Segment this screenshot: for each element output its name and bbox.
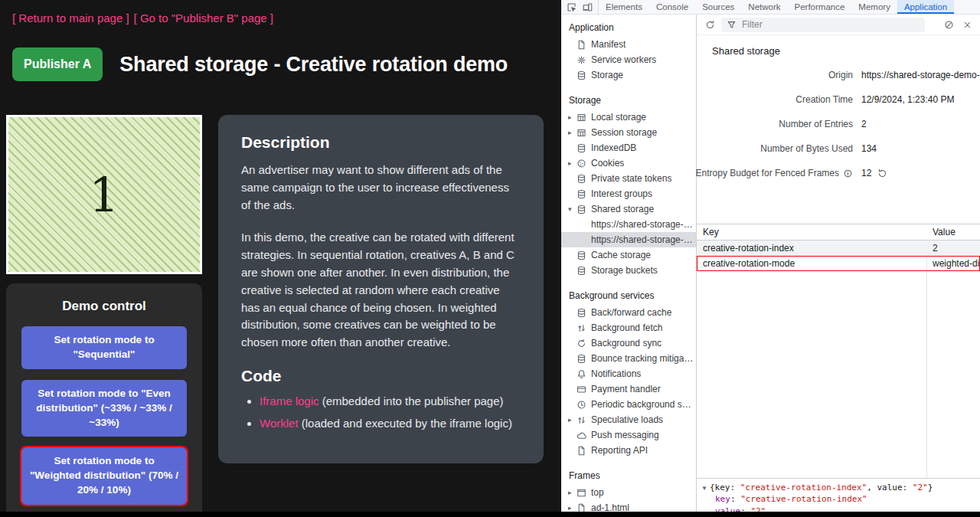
sidebar-item-label: Storage buckets bbox=[589, 265, 658, 276]
expander-icon[interactable]: ▸ bbox=[568, 113, 577, 121]
clear-icon[interactable] bbox=[942, 18, 956, 31]
page-title: Shared storage - Creative rotation demo bbox=[119, 53, 508, 77]
sidebar-item-icon bbox=[577, 369, 589, 379]
sidebar-item[interactable]: IndexedDB bbox=[561, 140, 696, 155]
sidebar-item-icon bbox=[577, 205, 589, 214]
preview-summary-segment: "2" bbox=[913, 483, 928, 492]
preview-entry-value: "creative-rotation-index" bbox=[740, 494, 867, 504]
devtools-window: ElementsConsoleSourcesNetworkPerformance… bbox=[561, 0, 980, 512]
column-header-value[interactable]: Value bbox=[926, 224, 962, 240]
expander-icon[interactable]: ▸ bbox=[568, 416, 577, 424]
sidebar-section-title: Frames bbox=[561, 464, 696, 485]
sidebar-item[interactable]: ▸ Cookies bbox=[561, 155, 696, 171]
sidebar-item[interactable]: Private state tokens bbox=[561, 171, 696, 186]
refresh-icon[interactable] bbox=[703, 18, 717, 31]
sidebar-item[interactable]: Interest groups bbox=[561, 186, 696, 201]
expander-icon[interactable]: ▸ bbox=[568, 489, 577, 496]
inspect-element-icon[interactable] bbox=[564, 0, 580, 14]
sidebar-item-label: Storage bbox=[589, 70, 623, 80]
devtools-tab[interactable]: Application bbox=[897, 0, 954, 14]
set-rotation-mode-button[interactable]: Set rotation mode to "Sequential" bbox=[21, 326, 187, 369]
metadata-value-text: 2 bbox=[861, 119, 867, 129]
sidebar-item[interactable]: Manifest bbox=[561, 37, 696, 52]
preview-summary-segment: {key: bbox=[710, 483, 740, 492]
filter-input[interactable] bbox=[740, 18, 920, 31]
sidebar-item[interactable]: Back/forward cache bbox=[561, 305, 696, 320]
sidebar-item[interactable]: ▸ top bbox=[561, 485, 696, 500]
sidebar-item-label: https://shared-storage-d… bbox=[589, 234, 696, 245]
code-link[interactable]: Worklet bbox=[260, 417, 299, 430]
devtools-tab[interactable]: Memory bbox=[851, 0, 897, 14]
sidebar-item-icon bbox=[577, 308, 589, 318]
sidebar-item[interactable]: Bounce tracking mitiga… bbox=[561, 351, 696, 366]
sidebar-item[interactable]: https://shared-storage-d… bbox=[561, 217, 696, 232]
devtools-tabs: ElementsConsoleSourcesNetworkPerformance… bbox=[599, 0, 954, 14]
expander-icon[interactable]: ▾ bbox=[568, 205, 577, 213]
bottom-strip bbox=[0, 512, 980, 517]
preview-entry-value: "2" bbox=[750, 506, 766, 512]
sidebar-section: Application Manifest bbox=[561, 16, 696, 83]
sidebar-item-icon bbox=[577, 400, 589, 410]
devtools-tab[interactable]: Network bbox=[741, 0, 787, 14]
sidebar-section: Frames ▸ top ▸ bbox=[561, 464, 696, 512]
info-icon[interactable] bbox=[843, 169, 853, 178]
metadata-label: Creation Time bbox=[697, 94, 853, 105]
devtools-tab[interactable]: Elements bbox=[599, 0, 649, 14]
table-row[interactable]: creative-rotation-index 2 bbox=[697, 241, 980, 256]
sidebar-item-label: Notifications bbox=[589, 368, 641, 379]
sidebar-item-icon bbox=[577, 159, 589, 169]
table-row[interactable]: creative-rotation-mode weighted-distribu… bbox=[697, 256, 980, 271]
sidebar-item[interactable]: Service workers bbox=[561, 52, 696, 67]
set-rotation-mode-button[interactable]: Set rotation mode to "Even distribution"… bbox=[21, 380, 187, 437]
nav-link[interactable]: [ Return to main page ] bbox=[12, 11, 129, 25]
close-icon[interactable] bbox=[960, 18, 974, 31]
metadata-label: Entropy Budget for Fenced Frames bbox=[697, 168, 853, 178]
sidebar-section-items: ▸ top ▸ ad-1.html bbox=[561, 485, 696, 512]
code-link[interactable]: Iframe logic bbox=[260, 394, 319, 407]
sidebar-item[interactable]: Payment handler bbox=[561, 381, 696, 397]
sidebar-item-label: IndexedDB bbox=[589, 142, 636, 153]
sidebar-item[interactable]: ▸ Local storage bbox=[561, 110, 696, 125]
metadata-row: Number of Entries 2 bbox=[697, 112, 980, 136]
reset-budget-icon[interactable] bbox=[877, 169, 887, 178]
metadata-value-text: 12 bbox=[861, 168, 871, 178]
code-list-item: Worklet (loaded and executed by the ifra… bbox=[260, 415, 521, 432]
caret-down-icon[interactable]: ▼ bbox=[701, 485, 707, 492]
column-header-key[interactable]: Key bbox=[697, 224, 926, 240]
sidebar-item[interactable]: Background sync bbox=[561, 335, 696, 351]
set-rotation-mode-button[interactable]: Set rotation mode to "Weighted distribut… bbox=[21, 447, 187, 505]
sidebar-item[interactable]: Push messaging bbox=[561, 427, 696, 443]
metadata-label-text: Creation Time bbox=[795, 94, 853, 105]
sidebar-item[interactable]: ▾ Shared storage bbox=[561, 201, 696, 217]
sidebar-item-icon bbox=[577, 40, 589, 50]
metadata-value: https://shared-storage-demo-co bbox=[861, 70, 980, 80]
metadata-label: Origin bbox=[697, 70, 853, 80]
funnel-icon bbox=[727, 20, 737, 30]
sidebar-item-icon bbox=[577, 415, 589, 425]
expander-icon[interactable]: ▸ bbox=[568, 129, 577, 136]
metadata-label: Number of Entries bbox=[697, 119, 853, 129]
nav-link[interactable]: [ Go to "Publisher B" page ] bbox=[134, 11, 273, 25]
sidebar-item[interactable]: ▸ Speculative loads bbox=[561, 412, 696, 427]
devtools-tab[interactable]: Sources bbox=[695, 0, 741, 14]
sidebar-item[interactable]: https://shared-storage-d… bbox=[561, 232, 696, 247]
sidebar-item[interactable]: Periodic background s… bbox=[561, 397, 696, 412]
expander-icon[interactable]: ▸ bbox=[568, 159, 577, 167]
sidebar-item[interactable]: ▸ Session storage bbox=[561, 125, 696, 140]
sidebar-item[interactable]: Storage buckets bbox=[561, 263, 696, 278]
metadata-label: Number of Bytes Used bbox=[697, 143, 853, 154]
devtools-tab[interactable]: Performance bbox=[788, 0, 852, 14]
sidebar-item[interactable]: Notifications bbox=[561, 366, 696, 381]
sidebar-item[interactable]: Storage bbox=[561, 67, 696, 83]
sidebar-item[interactable]: Reporting API bbox=[561, 443, 696, 458]
sidebar-item[interactable]: Cache storage bbox=[561, 247, 696, 263]
devtools-tab[interactable]: Console bbox=[649, 0, 695, 14]
sidebar-item[interactable]: ▸ ad-1.html bbox=[561, 500, 696, 512]
sidebar-section-title: Background services bbox=[561, 284, 696, 305]
device-toolbar-icon[interactable] bbox=[580, 0, 596, 14]
demo-control-buttons: Set rotation mode to "Sequential" Set ro… bbox=[21, 326, 187, 505]
metadata-value-text: 12/9/2024, 1:23:40 PM bbox=[861, 94, 954, 105]
sidebar-item[interactable]: Background fetch bbox=[561, 320, 696, 335]
expander-icon[interactable]: ▸ bbox=[568, 504, 577, 512]
code-title: Code bbox=[241, 367, 521, 385]
